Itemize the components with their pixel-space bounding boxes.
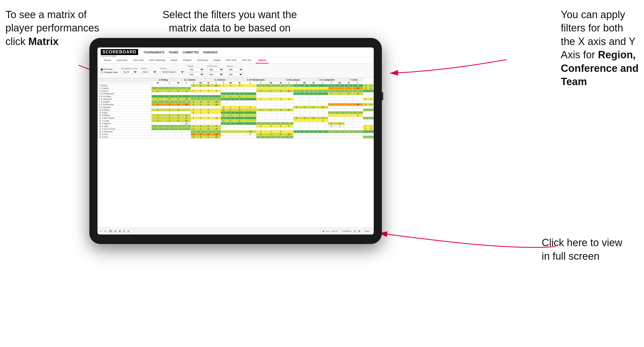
- matrix-cell[interactable]: [328, 133, 335, 136]
- matrix-cell[interactable]: 0: [309, 106, 317, 109]
- matrix-cell[interactable]: [212, 111, 221, 114]
- matrix-cell[interactable]: 0: [328, 84, 335, 87]
- matrix-cell[interactable]: [256, 95, 265, 98]
- matrix-cell[interactable]: 0: [175, 95, 182, 98]
- matrix-cell[interactable]: [353, 128, 363, 130]
- matrix-cell[interactable]: [175, 122, 182, 125]
- matrix-cell[interactable]: [317, 87, 328, 90]
- matrix-cell[interactable]: [335, 101, 345, 103]
- matrix-cell[interactable]: [196, 114, 205, 117]
- matrix-cell[interactable]: 3: [196, 136, 205, 139]
- matrix-cell[interactable]: 0: [235, 106, 244, 109]
- matrix-cell[interactable]: [300, 109, 309, 111]
- matrix-cell[interactable]: 7: [285, 136, 293, 139]
- matrix-cell[interactable]: [285, 87, 293, 90]
- matrix-cell[interactable]: 2: [300, 130, 309, 133]
- matrix-cell[interactable]: [335, 120, 345, 122]
- matrix-cell[interactable]: 1: [151, 109, 164, 111]
- matrix-cell[interactable]: [309, 103, 317, 106]
- matrix-cell[interactable]: [212, 106, 221, 109]
- matrix-cell[interactable]: [309, 84, 317, 87]
- matrix-cell[interactable]: [256, 111, 265, 114]
- max-players-select[interactable]: Top 25: [121, 70, 137, 74]
- matrix-cell[interactable]: [164, 130, 175, 133]
- matrix-cell[interactable]: 13: [353, 84, 363, 87]
- matrix-cell[interactable]: [293, 109, 300, 111]
- matrix-cell[interactable]: 0: [191, 111, 196, 114]
- matrix-cell[interactable]: 3: [328, 130, 335, 133]
- matrix-cell[interactable]: 2: [151, 101, 164, 103]
- matrix-cell[interactable]: 11: [317, 90, 328, 92]
- matrix-cell[interactable]: [300, 128, 309, 130]
- matrix-cell[interactable]: 5: [151, 103, 164, 106]
- matrix-cell[interactable]: [164, 111, 175, 114]
- matrix-cell[interactable]: [300, 120, 309, 122]
- matrix-cell[interactable]: [221, 90, 226, 92]
- matrix-cell[interactable]: [309, 109, 317, 111]
- matrix-cell[interactable]: [345, 125, 353, 128]
- matrix-cell[interactable]: [293, 120, 300, 122]
- matrix-cell[interactable]: 1: [300, 106, 309, 109]
- matrix-cell[interactable]: [277, 117, 285, 120]
- matrix-cell[interactable]: [317, 95, 328, 98]
- matrix-cell[interactable]: 0: [345, 92, 353, 95]
- matrix-cell[interactable]: [309, 122, 317, 125]
- matrix-cell[interactable]: 2: [196, 101, 205, 103]
- matrix-cell[interactable]: 3: [265, 125, 277, 128]
- matrix-cell[interactable]: [300, 95, 309, 98]
- matrix-cell[interactable]: [293, 122, 300, 125]
- matrix-cell[interactable]: 1: [265, 136, 277, 139]
- matrix-cell[interactable]: 1: [191, 130, 196, 133]
- matrix-cell[interactable]: 11: [317, 106, 328, 109]
- matrix-cell[interactable]: [256, 117, 265, 120]
- matrix-cell[interactable]: [353, 120, 363, 122]
- matrix-cell[interactable]: [345, 114, 353, 117]
- matrix-cell[interactable]: 1: [164, 109, 175, 111]
- matrix-cell[interactable]: 2: [151, 87, 164, 90]
- matrix-cell[interactable]: 1: [151, 90, 164, 92]
- matrix-cell[interactable]: [212, 109, 221, 111]
- matrix-cell[interactable]: 0: [164, 98, 175, 101]
- matrix-cell[interactable]: [277, 120, 285, 122]
- matrix-cell[interactable]: [221, 133, 226, 136]
- matrix-cell[interactable]: 3: [191, 136, 196, 139]
- matrix-cell[interactable]: [317, 111, 328, 114]
- subnav-detail[interactable]: Detail: [211, 57, 223, 63]
- matrix-cell[interactable]: 2: [151, 125, 164, 128]
- matrix-cell[interactable]: [328, 103, 335, 106]
- matrix-cell[interactable]: [244, 98, 256, 101]
- matrix-cell[interactable]: 1: [164, 87, 175, 90]
- matrix-cell[interactable]: [212, 122, 221, 125]
- matrix-cell[interactable]: [285, 120, 293, 122]
- matrix-cell[interactable]: [335, 117, 345, 120]
- full-view-option[interactable]: Full View: [101, 68, 118, 70]
- matrix-cell[interactable]: 0: [277, 90, 285, 92]
- matrix-cell[interactable]: 2: [175, 103, 182, 106]
- matrix-cell[interactable]: [256, 101, 265, 103]
- matrix-cell[interactable]: [293, 114, 300, 117]
- matrix-cell[interactable]: [353, 130, 363, 133]
- matrix-cell[interactable]: 0: [235, 120, 244, 122]
- matrix-cell[interactable]: 0: [328, 125, 335, 128]
- subnav-summary[interactable]: Summary: [114, 57, 130, 63]
- matrix-cell[interactable]: 1: [164, 125, 175, 128]
- matrix-cell[interactable]: 0: [300, 84, 309, 87]
- subnav-players[interactable]: Players: [180, 57, 194, 63]
- matrix-cell[interactable]: 1: [221, 95, 226, 98]
- toolbar-icon3[interactable]: ⊞: [358, 230, 360, 233]
- matrix-cell[interactable]: -16: [182, 98, 191, 101]
- matrix-cell[interactable]: [244, 101, 256, 103]
- matrix-cell[interactable]: [277, 87, 285, 90]
- matrix-cell[interactable]: 1: [164, 120, 175, 122]
- matrix-cell[interactable]: [182, 133, 191, 136]
- matrix-cell[interactable]: [191, 87, 196, 90]
- matrix-cell[interactable]: 1: [151, 117, 164, 120]
- matrix-cell[interactable]: [309, 87, 317, 90]
- matrix-cell[interactable]: [265, 106, 277, 109]
- matrix-cell[interactable]: [205, 106, 212, 109]
- matrix-cell[interactable]: 1: [221, 120, 226, 122]
- matrix-cell[interactable]: [196, 120, 205, 122]
- matrix-cell[interactable]: 1: [265, 98, 277, 101]
- matrix-cell[interactable]: 2: [328, 122, 335, 125]
- matrix-cell[interactable]: 0: [256, 133, 265, 136]
